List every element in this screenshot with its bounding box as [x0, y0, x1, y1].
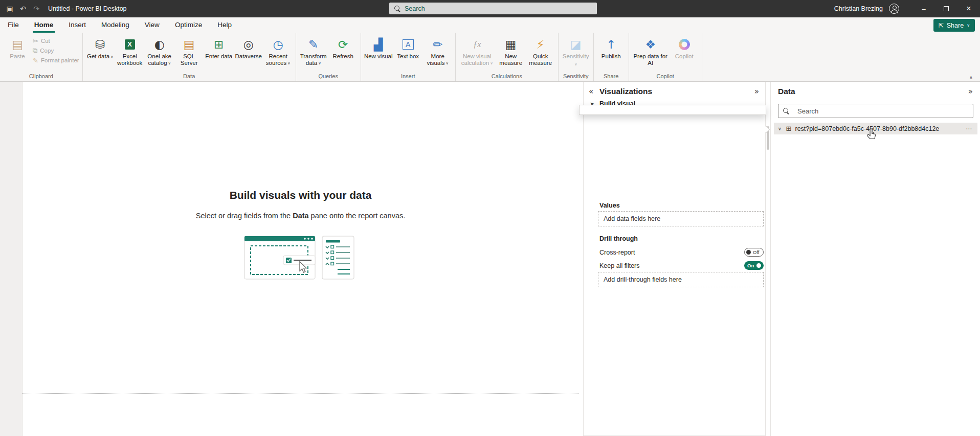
sensitivity-icon: ◪: [570, 36, 582, 53]
new-visual-calculation-button: ƒxNew visual calculation ∨: [459, 35, 496, 67]
publish-label: Publish: [602, 53, 621, 60]
minimize-button[interactable]: –: [912, 0, 935, 17]
quick-measure-button[interactable]: ⚡Quick measure: [526, 35, 555, 66]
search-placeholder: Search: [405, 5, 425, 12]
chevron-down-icon: ∨: [286, 61, 290, 65]
tab-help[interactable]: Help: [210, 17, 239, 33]
prep-data-for-ai-label: Prep data for AI: [632, 53, 669, 66]
quick-measure-label: Quick measure: [526, 53, 555, 66]
mouse-hand-cursor: [866, 128, 879, 141]
expand-data-pane-icon[interactable]: »: [968, 87, 973, 96]
text-box-button[interactable]: AText box: [394, 35, 422, 60]
onelake-catalog-icon: ◐: [154, 36, 165, 53]
redo-icon[interactable]: ↷: [30, 5, 43, 13]
page-boundary[interactable]: [23, 394, 578, 394]
more-visuals-icon: ✏: [433, 36, 442, 53]
collapse-pane-icon[interactable]: «: [589, 87, 593, 96]
prep-data-for-ai-icon: ❖: [645, 36, 656, 53]
copilot-button: Copilot: [670, 35, 699, 60]
get-data-label: Get data ∨: [87, 53, 113, 60]
save-icon[interactable]: ▣: [3, 5, 16, 13]
tab-insert[interactable]: Insert: [61, 17, 94, 33]
title-bar: ▣ ↶ ↷ Untitled - Power BI Desktop Search…: [0, 0, 980, 17]
undo-icon[interactable]: ↶: [16, 5, 30, 13]
report-canvas[interactable]: Build visuals with your data Select or d…: [23, 82, 578, 436]
keep-all-filters-toggle[interactable]: On: [744, 261, 764, 270]
ribbon-group-label: Clipboard: [3, 73, 79, 81]
share-button-label: Share: [947, 22, 964, 29]
global-search-box[interactable]: Search: [389, 3, 597, 14]
copilot-label: Copilot: [675, 53, 694, 60]
power-bi-desktop-window: ▣ ↶ ↷ Untitled - Power BI Desktop Search…: [0, 0, 980, 436]
publish-button[interactable]: ↑Publish: [597, 35, 626, 60]
ribbon-group-label: Data: [86, 73, 293, 81]
ribbon-tab-bar: FileHomeInsertModelingViewOptimizeHelp ⇱…: [0, 17, 980, 33]
chevron-down-icon[interactable]: ∨: [778, 126, 782, 131]
excel-workbook-button[interactable]: XExcel workbook: [116, 35, 144, 66]
view-switcher-sidebar: [0, 82, 23, 436]
chevron-down-icon: ∨: [574, 62, 577, 66]
refresh-button[interactable]: ⟳Refresh: [329, 35, 358, 60]
maximize-button[interactable]: [935, 0, 957, 17]
tab-modeling[interactable]: Modeling: [94, 17, 137, 33]
ribbon-group-label: Share: [597, 73, 626, 81]
refresh-label: Refresh: [333, 53, 353, 60]
new-visual-icon: ▟: [374, 36, 383, 53]
data-search-box[interactable]: Search: [778, 104, 973, 118]
copy-button: ⧉Copy: [33, 47, 79, 55]
get-data-icon: ⛁: [95, 36, 105, 53]
paste-label: Paste: [10, 53, 25, 60]
sql-server-button[interactable]: ▤SQL Server: [175, 35, 204, 66]
paste-icon: ▤: [12, 36, 23, 53]
cross-report-label: Cross-report: [599, 249, 635, 256]
get-data-button[interactable]: ⛁Get data ∨: [86, 35, 115, 60]
tab-file[interactable]: File: [0, 17, 27, 33]
cross-report-toggle[interactable]: Off: [744, 248, 764, 257]
tab-view[interactable]: View: [137, 17, 167, 33]
data-pane-title: Data: [778, 87, 795, 96]
cut-icon: ✂: [33, 37, 38, 45]
format-painter-button: ✎Format painter: [33, 56, 79, 64]
more-options-icon[interactable]: ⋯: [966, 125, 972, 132]
search-icon: [783, 108, 789, 114]
share-icon: ⇱: [939, 22, 944, 29]
tab-home[interactable]: Home: [27, 17, 61, 33]
expand-pane-icon[interactable]: »: [754, 87, 759, 96]
share-button[interactable]: ⇱ Share ∨: [933, 19, 975, 32]
dataset-tooltip: [579, 105, 766, 115]
publish-icon: ↑: [606, 36, 616, 53]
enter-data-button[interactable]: ⊞Enter data: [205, 35, 233, 60]
signed-in-user[interactable]: Christian Brezing: [834, 5, 883, 12]
ribbon-group-share: ↑PublishShare: [594, 33, 629, 81]
close-button[interactable]: ×: [957, 0, 980, 17]
more-visuals-button[interactable]: ✏More visuals ∨: [424, 35, 452, 67]
prep-data-for-ai-button[interactable]: ❖Prep data for AI: [632, 35, 669, 66]
copy-icon: ⧉: [33, 47, 37, 55]
new-measure-label: New measure: [497, 53, 525, 66]
ribbon-group-calculations: ƒxNew visual calculation ∨▦New measure⚡Q…: [456, 33, 559, 81]
new-visual-button[interactable]: ▟New visual: [364, 35, 393, 60]
new-visual-calculation-icon: ƒx: [473, 36, 481, 53]
chevron-down-icon: ∨: [967, 23, 970, 28]
user-avatar-icon[interactable]: [889, 4, 899, 14]
tab-optimize[interactable]: Optimize: [167, 17, 210, 33]
drill-through-field-well[interactable]: Add drill-through fields here: [598, 272, 764, 287]
copilot-icon: [679, 36, 690, 53]
dataverse-button[interactable]: ◎Dataverse: [234, 35, 263, 60]
enter-data-label: Enter data: [205, 53, 232, 60]
window-title: Untitled - Power BI Desktop: [48, 5, 127, 12]
more-visuals-label: More visuals ∨: [424, 53, 452, 67]
onelake-catalog-label: OneLake catalog ∨: [145, 53, 174, 67]
recent-sources-button[interactable]: ◷Recent sources ∨: [264, 35, 293, 67]
enter-data-icon: ⊞: [214, 36, 224, 53]
drag-fields-illustration: [23, 233, 578, 284]
sensitivity-label: Sensitivity ∨: [562, 53, 590, 68]
ribbon-group-label: Queries: [299, 73, 358, 81]
onelake-catalog-button[interactable]: ◐OneLake catalog ∨: [145, 35, 174, 67]
new-measure-button[interactable]: ▦New measure: [497, 35, 525, 66]
transform-data-button[interactable]: ✎Transform data ∨: [299, 35, 328, 67]
values-field-well[interactable]: Add data fields here: [598, 211, 764, 226]
chevron-down-icon: ∨: [167, 61, 171, 65]
chevron-down-icon: ∨: [489, 61, 493, 65]
data-search-placeholder: Search: [797, 107, 818, 115]
